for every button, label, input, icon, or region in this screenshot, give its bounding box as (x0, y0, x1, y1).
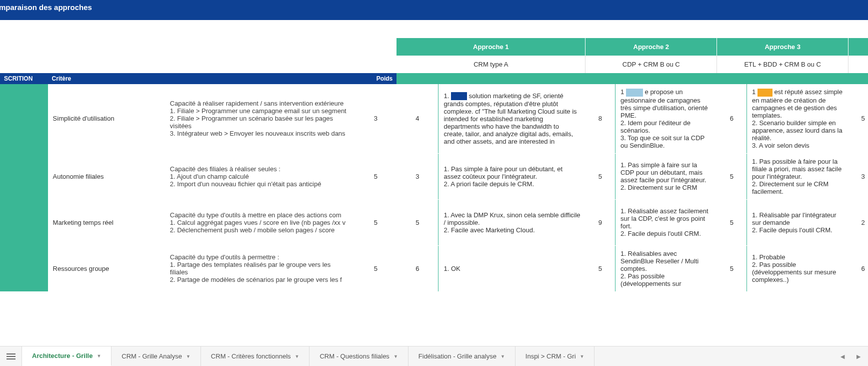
score-cell[interactable]: 6 (848, 245, 868, 291)
score-cell[interactable]: 8 (586, 84, 616, 153)
page-title: mparaison des approches (0, 3, 92, 12)
column-header-row: SCRITION Critère Poids (0, 73, 868, 84)
poids-cell[interactable]: 5 (355, 153, 397, 199)
detail-cell[interactable]: Capacité du type d'outils à mettre en pl… (165, 199, 355, 245)
approach-sub: ETL + BDD + CRM B ou C (717, 56, 848, 73)
approach-header: Approche 3 (717, 38, 848, 56)
redaction-box (758, 89, 772, 97)
score-cell[interactable]: 5 (586, 245, 616, 291)
approach-comment-cell[interactable]: 1. solution marketing de SF, orienté gra… (438, 84, 586, 153)
approach-header: Approche 4 (848, 38, 868, 56)
approach-sub: CDP + CRM B ou C (586, 56, 717, 73)
detail-cell[interactable]: Capacité du type d'outils à permettre :1… (165, 245, 355, 291)
score-cell[interactable]: 6 (717, 84, 747, 153)
grid-viewport[interactable]: Approche 1 Approche 2 Approche 3 Approch… (0, 38, 868, 318)
critere-cell[interactable]: Ressources groupe (48, 245, 165, 291)
approach-comment-cell[interactable]: 1. Pas possible à faire pour la filiale … (746, 153, 848, 199)
redaction-box (451, 92, 467, 100)
table-row: Ressources groupeCapacité du type d'outi… (0, 245, 868, 291)
approach-comment-cell[interactable]: 1. Réalisables avec SendinBlue Reseller … (616, 245, 717, 291)
score-cell[interactable]: 5 (586, 153, 616, 199)
detail-cell[interactable]: Capacité à réaliser rapidement / sans in… (165, 84, 355, 153)
col-critere: Critère (48, 73, 165, 84)
approach-comment-cell[interactable]: 1. OK (438, 245, 586, 291)
approach-comment-cell[interactable]: 1. Pas simple à faire sur la CDP pour un… (616, 153, 717, 199)
redaction-box (626, 89, 643, 97)
score-cell[interactable]: 3 (848, 153, 868, 199)
table-row: Marketing temps réelCapacité du type d'o… (0, 199, 868, 245)
critere-cell[interactable]: Simplicité d'utilisation (48, 84, 165, 153)
score-cell[interactable]: 4 (396, 84, 438, 153)
header-gap (0, 20, 868, 38)
approach-comment-cell[interactable]: 1. Pas simple à faire pour un débutant, … (438, 153, 586, 199)
comparison-table: Approche 1 Approche 2 Approche 3 Approch… (0, 38, 868, 292)
approach-sub: ETL + CRM B (848, 56, 868, 73)
col-poids: Poids (355, 73, 397, 84)
score-cell[interactable]: 9 (586, 199, 616, 245)
title-bar: mparaison des approches (0, 0, 868, 20)
col-description: SCRITION (0, 73, 48, 84)
score-cell[interactable]: 5 (396, 199, 438, 245)
poids-cell[interactable]: 3 (355, 84, 397, 153)
approach-comment-cell[interactable]: 1. Avec la DMP Krux, sinon cela semble d… (438, 199, 586, 245)
approach-comment-cell[interactable]: 1. Réalisable par l'intégrateur sur dema… (746, 199, 848, 245)
score-cell[interactable]: 2 (848, 199, 868, 245)
detail-cell[interactable]: Capacité des filiales à réaliser seules … (165, 153, 355, 199)
score-cell[interactable]: 5 (717, 245, 747, 291)
approach-comment-cell[interactable]: 1. Probable2. Pas possible (développemen… (746, 245, 848, 291)
approach-comment-cell[interactable]: 1 e propose un gestionnaire de campagnes… (616, 84, 717, 153)
table-row: Simplicité d'utilisationCapacité à réali… (0, 84, 868, 153)
row-group-teal (0, 84, 48, 291)
critere-cell[interactable]: Marketing temps réel (48, 199, 165, 245)
score-cell[interactable]: 5 (717, 153, 747, 199)
approach-header: Approche 1 (396, 38, 586, 56)
approach-header-row: Approche 1 Approche 2 Approche 3 Approch… (0, 38, 868, 56)
approach-sub-row: CRM type A CDP + CRM B ou C ETL + BDD + … (0, 56, 868, 73)
approach-comment-cell[interactable]: 1 est réputé assez simple en matière de … (746, 84, 848, 153)
score-cell[interactable]: 5 (717, 199, 747, 245)
score-cell[interactable]: 6 (396, 245, 438, 291)
approach-sub: CRM type A (396, 56, 586, 73)
approach-header: Approche 2 (586, 38, 717, 56)
poids-cell[interactable]: 5 (355, 245, 397, 291)
score-cell[interactable]: 3 (396, 153, 438, 199)
table-row: Autonomie filialesCapacité des filiales … (0, 153, 868, 199)
approach-comment-cell[interactable]: 1. Réalisable assez facilement sur la CD… (616, 199, 717, 245)
critere-cell[interactable]: Autonomie filiales (48, 153, 165, 199)
score-cell[interactable]: 5 (848, 84, 868, 153)
poids-cell[interactable]: 5 (355, 199, 397, 245)
